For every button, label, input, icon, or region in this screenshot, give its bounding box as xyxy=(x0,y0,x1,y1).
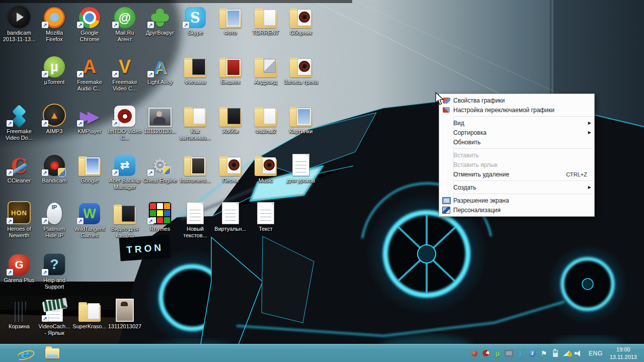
desktop-icon-video-for-channel-folder[interactable]: Видео для канала xyxy=(108,199,142,239)
desktop-icon-bishkek-folder[interactable]: Бишкек xyxy=(213,52,248,85)
shortcut-arrow-icon: ↗ xyxy=(112,169,119,176)
desktop-icon-recycle-bin[interactable]: Корзина xyxy=(2,297,36,330)
icon-label: Видео для канала xyxy=(108,226,142,239)
desktop-icon-android-folder[interactable]: Андроид xyxy=(249,52,283,85)
folder-photo-icon xyxy=(213,3,248,28)
battery-icon[interactable] xyxy=(551,349,559,357)
desktop-icon-heroes-of-newerth[interactable]: HON↗Heroes of Newerth xyxy=(2,199,36,239)
menu-item-screen-resolution[interactable]: Разрешение экрана xyxy=(439,196,594,205)
desktop-icon-virtual-doc[interactable]: Виртуальн... xyxy=(213,199,248,232)
desktop-icon-ccleaner[interactable]: C↗CCleaner xyxy=(2,151,36,184)
desktop-icon-text-doc[interactable]: Текст xyxy=(249,199,283,232)
desktop-icon-utorrent[interactable]: µ↗µTorrent xyxy=(37,52,71,85)
desktop-icon-acer-backup-manager[interactable]: ⇄↗Acer Backup Manager xyxy=(108,151,142,191)
intel-info-icon[interactable]: i xyxy=(528,349,536,357)
menu-item-refresh[interactable]: Обновить xyxy=(439,137,594,147)
menu-item-personalization[interactable]: Персонализация xyxy=(439,205,594,215)
desktop-icon-new-text-doc[interactable]: Новый текстов... xyxy=(178,199,212,239)
bluetooth-icon[interactable]: ᛒ xyxy=(516,349,525,357)
desktop-icon-video-131120130[interactable]: 131120130... xyxy=(143,102,177,135)
utorrent-tray-icon[interactable]: µ xyxy=(493,349,502,357)
menu-item-view[interactable]: Вид▶ xyxy=(439,118,594,128)
desktop-icon-photo-13112013027[interactable]: 13112013027 xyxy=(108,297,142,330)
desktop-icon-freemake-video-converter[interactable]: V↗Freemake Video C... xyxy=(108,52,142,92)
icon-label: KMPlayer xyxy=(72,128,107,135)
desktop-icon-help-and-support[interactable]: ?↗Help and Support xyxy=(37,250,71,290)
taskbar-pinned-apps: e xyxy=(0,345,62,361)
clock-time: 19:00 xyxy=(610,346,637,353)
menu-item-undo-delete[interactable]: Отменить удалениеCTRL+Z xyxy=(439,169,594,179)
desktop-icon-mailru-agent[interactable]: @↗Mail.Ru Агент xyxy=(108,3,142,43)
display-icon[interactable] xyxy=(505,349,513,357)
desktop-icon-superkraso-folder[interactable]: SuperKraso... xyxy=(72,297,107,330)
desktop-icon-light-alloy[interactable]: A↗Light Alloy xyxy=(143,52,177,85)
folder-photo-dark-icon xyxy=(178,151,212,176)
desktop-icon-cheat-engine[interactable]: ⚙↗Cheat Engine xyxy=(143,151,177,184)
desktop-icon-bandicam-recording[interactable]: bandicam 2013-11-13... xyxy=(2,3,36,43)
desktop-icon-imtoo-video-converter[interactable]: ↗ImTOO Video C... xyxy=(108,102,142,141)
icon-label: Фильмы xyxy=(178,79,212,85)
desktop-icon-bandicam[interactable]: ↗Bandicam xyxy=(37,151,71,184)
firefox-icon: ↗ xyxy=(37,3,71,28)
icon-label: Freemake Video Do... xyxy=(2,128,36,141)
icon-label: µTorrent xyxy=(37,79,71,85)
desktop-icon-google-folder[interactable]: Google xyxy=(72,151,107,184)
desktop-icon-kak-vytaskivat-folder[interactable]: Как вытаскива... xyxy=(178,102,212,141)
desktop-icon-sbornik-folder[interactable]: Сборник xyxy=(284,3,318,36)
menu-item-graphics-properties[interactable]: Свойства графики xyxy=(439,96,594,105)
folder-disc-icon xyxy=(213,151,248,176)
action-center-flag-icon[interactable]: ⚑ xyxy=(539,349,548,357)
menu-item-sort-by[interactable]: Сортировка▶ xyxy=(439,128,594,137)
desktop-icon-kmplayer[interactable]: ▶▶↗KMPlayer xyxy=(72,102,107,135)
icon-label: Запись трека xyxy=(284,79,318,85)
menu-item-new[interactable]: Создать▶ xyxy=(439,183,594,192)
recorder-icon[interactable] xyxy=(470,349,478,357)
desktop-icon-track-recording-folder[interactable]: Запись трека xyxy=(284,52,318,85)
desktop-icon-aimp3[interactable]: ▲↗AIMP3 xyxy=(37,102,71,135)
icon-label: Корзина xyxy=(2,323,36,330)
internet-explorer-icon[interactable]: e xyxy=(14,345,34,361)
desktop-icon-freemake-audio-converter[interactable]: A↗Freemake Audio C... xyxy=(72,52,107,92)
menu-separator xyxy=(454,116,593,117)
desktop-icon-hobby-folder[interactable]: Хобби xyxy=(213,102,248,135)
help-icon: ?↗ xyxy=(37,250,71,276)
desktop-icon-freemake-video-downloader[interactable]: ↗Freemake Video Do... xyxy=(2,102,36,141)
desktop-icon-garena-plus[interactable]: G↗Garena Plus xyxy=(2,250,36,284)
desktop-icon-videocach-shortcut[interactable]: ↗VideoCach... - Ярлык xyxy=(37,297,71,336)
red-app-icon[interactable] xyxy=(481,349,490,357)
desktop-icon-skype[interactable]: S↗Skype xyxy=(178,3,212,36)
desktop-icon-for-lessons-doc[interactable]: для уроков xyxy=(284,151,318,184)
volume-icon[interactable] xyxy=(574,349,583,357)
taskbar-clock[interactable]: 19:00 13.11.2013 xyxy=(609,346,640,361)
desktop-icon-instrument-folder[interactable]: Instrument... xyxy=(178,151,212,184)
desktop-icon-platinum-hide-ip[interactable]: IP↗Platinum Hide IP xyxy=(37,199,71,239)
desktop-icon-torrent-folder[interactable]: TORRENT xyxy=(249,3,283,36)
shortcut-arrow-icon: ↗ xyxy=(42,269,48,276)
menu-item-label: Вставить xyxy=(453,152,594,159)
hon-icon: HON↗ xyxy=(2,199,36,224)
icon-label: Instrument... xyxy=(178,177,212,184)
desktop-icon-music-folder[interactable]: Music xyxy=(249,151,283,184)
desktop-icon-pictures-folder[interactable]: Картинки xyxy=(284,102,318,135)
desktop-icon-films-folder[interactable]: Фильмы xyxy=(178,52,212,85)
network-warning-icon[interactable] xyxy=(562,349,571,357)
desktop-icon-drugvokrug[interactable]: ↗ДругВокруг xyxy=(143,3,177,36)
icon-label: Mozilla Firefox xyxy=(37,30,71,43)
desktop-icon-wildtangent-games[interactable]: W↗WildTangent Games xyxy=(72,199,107,239)
submenu-arrow-icon: ▶ xyxy=(588,121,594,125)
menu-item-switchable-graphics-settings[interactable]: Настройка переключаемой графики xyxy=(439,105,594,115)
doc-icon xyxy=(178,199,212,224)
desktop-icon-mozilla-firefox[interactable]: ↗Mozilla Firefox xyxy=(37,3,71,43)
folder-photo-blue-icon xyxy=(72,151,107,176)
icon-label: Help and Support xyxy=(37,277,71,290)
language-indicator[interactable]: ENG xyxy=(587,350,605,357)
menu-item-label: Сортировка xyxy=(453,129,588,136)
desktop-icon-photo-folder[interactable]: Фото xyxy=(213,3,248,36)
desktop-icon-songs-folder[interactable]: Песни xyxy=(213,151,248,184)
desktop-icon-files2-folder[interactable]: Файлы2 xyxy=(249,102,283,135)
desktop-icon-rhymes[interactable]: ↗Rhymes xyxy=(143,199,177,232)
file-explorer-icon[interactable] xyxy=(42,345,62,361)
folder-paper-icon xyxy=(249,3,283,28)
folder-disc-icon xyxy=(284,3,318,28)
desktop-icon-google-chrome[interactable]: ↗Google Chrome xyxy=(72,3,107,43)
